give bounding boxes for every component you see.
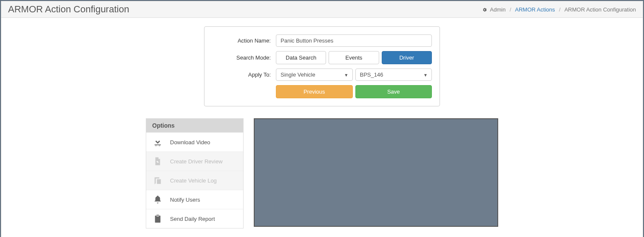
gears-icon (482, 6, 489, 13)
previous-button[interactable]: Previous (276, 85, 353, 98)
breadcrumb-admin: Admin (490, 6, 506, 13)
action-name-label: Action Name: (212, 37, 276, 44)
vehicle-select[interactable]: BPS_146 (355, 69, 432, 81)
search-mode-events[interactable]: Events (329, 51, 379, 64)
option-create-vehicle-log: Create Vehicle Log (146, 171, 243, 190)
save-button[interactable]: Save (355, 85, 432, 98)
breadcrumb-current: ARMOR Action Configuration (565, 6, 636, 13)
search-mode-label: Search Mode: (212, 54, 276, 61)
option-label: Create Driver Review (170, 158, 223, 165)
breadcrumb: Admin / ARMOR Actions / ARMOR Action Con… (482, 6, 636, 13)
search-mode-data-search[interactable]: Data Search (276, 51, 326, 64)
options-panel: Options Download Video Create Driver Rev… (146, 118, 244, 228)
apply-to-select[interactable]: Single Vehicle (276, 69, 353, 81)
action-name-input[interactable] (276, 34, 432, 47)
log-icon (152, 175, 163, 186)
pdf-icon (152, 156, 163, 166)
option-download-video[interactable]: Download Video (146, 132, 243, 151)
bell-icon (152, 194, 163, 205)
page-header: ARMOR Action Configuration Admin / ARMOR… (1, 1, 643, 18)
option-label: Notify Users (170, 197, 200, 203)
config-panel: Action Name: Search Mode: Data Search Ev… (204, 26, 440, 106)
option-label: Download Video (170, 139, 210, 146)
option-send-daily-report[interactable]: Send Daily Report (146, 209, 243, 228)
option-label: Send Daily Report (170, 216, 215, 222)
search-mode-driver[interactable]: Driver (382, 51, 432, 64)
page-title: ARMOR Action Configuration (8, 4, 129, 15)
download-icon (152, 137, 163, 147)
option-create-driver-review: Create Driver Review (146, 151, 243, 171)
option-label: Create Vehicle Log (170, 177, 217, 184)
clipboard-icon (152, 214, 163, 224)
apply-to-label: Apply To: (212, 71, 276, 78)
options-header: Options (146, 119, 243, 132)
breadcrumb-armor-actions[interactable]: ARMOR Actions (515, 6, 555, 13)
option-notify-users[interactable]: Notify Users (146, 190, 243, 209)
preview-area (254, 118, 498, 227)
